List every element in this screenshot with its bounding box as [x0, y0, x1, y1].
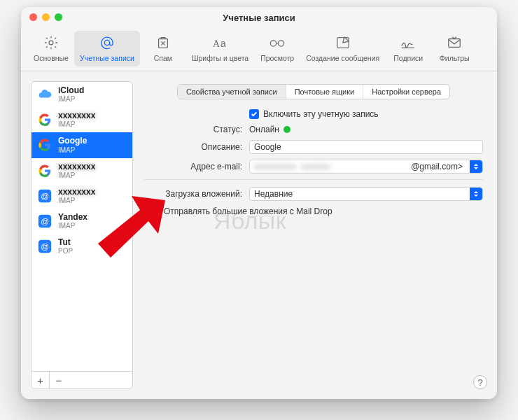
gear-icon	[43, 35, 59, 50]
at-square-icon: @	[37, 188, 52, 204]
account-name: xxxxxxxx	[58, 111, 95, 120]
account-item-google-2[interactable]: xxxxxxxx IMAP	[31, 158, 132, 183]
svg-text:A: A	[213, 38, 220, 49]
account-protocol: IMAP	[58, 222, 88, 230]
account-name: Google	[58, 136, 87, 146]
enable-account-checkbox[interactable]	[249, 109, 259, 119]
account-name: xxxxxxxx	[58, 188, 95, 197]
download-label: Загрузка вложений:	[144, 189, 249, 199]
minimize-window-button[interactable]	[42, 13, 50, 21]
tab-viewing[interactable]: Просмотр	[254, 31, 300, 66]
tab-label: Учетные записи	[80, 54, 134, 62]
google-icon	[37, 163, 52, 178]
account-item-yandex[interactable]: @ Yandex IMAP	[31, 209, 132, 234]
tab-label: Спам	[154, 54, 172, 62]
tab-label: Шрифты и цвета	[192, 54, 248, 62]
svg-point-0	[49, 41, 53, 45]
svg-point-1	[104, 40, 109, 45]
tab-accounts[interactable]: Учетные записи	[74, 31, 140, 66]
tab-composing[interactable]: Создание сообщения	[300, 31, 385, 66]
combo-handle-icon	[470, 188, 482, 200]
svg-text:@: @	[41, 241, 49, 251]
add-account-button[interactable]: +	[31, 372, 50, 388]
window-title: Учетные записи	[223, 13, 295, 23]
svg-rect-8	[449, 39, 461, 48]
tab-rules[interactable]: Фильтры	[431, 31, 477, 66]
trash-icon	[155, 35, 171, 50]
help-button[interactable]: ?	[473, 375, 487, 389]
description-value: Google	[254, 142, 281, 152]
titlebar: Учетные записи	[21, 7, 497, 28]
description-field[interactable]: Google	[249, 140, 483, 154]
segment-server[interactable]: Настройки сервера	[363, 85, 449, 99]
email-label: Адрес e-mail:	[144, 162, 249, 172]
status-indicator-icon	[284, 126, 290, 133]
icloud-icon	[37, 87, 52, 102]
account-protocol: IMAP	[58, 120, 95, 128]
account-form: Включить эту учетную запись Статус: Онла…	[140, 99, 487, 222]
detail-panel: Свойства учетной записи Почтовые ящики Н…	[140, 81, 487, 389]
tab-junk[interactable]: Спам	[140, 31, 186, 66]
account-name: Yandex	[58, 213, 88, 222]
account-protocol: POP	[58, 247, 73, 255]
window-controls	[29, 13, 62, 21]
close-window-button[interactable]	[29, 13, 37, 21]
tab-fonts[interactable]: Aa Шрифты и цвета	[186, 31, 254, 66]
tab-label: Фильтры	[440, 54, 470, 62]
download-value: Недавние	[254, 189, 293, 199]
account-protocol: IMAP	[58, 146, 87, 154]
sidebar-footer: + −	[31, 371, 132, 388]
svg-point-6	[279, 41, 284, 46]
account-item-at-1[interactable]: @ xxxxxxxx IMAP	[31, 183, 132, 209]
status-label: Статус:	[144, 125, 249, 134]
tab-label: Просмотр	[260, 54, 294, 62]
segment-account-info[interactable]: Свойства учетной записи	[178, 85, 286, 99]
tab-label: Подписи	[393, 54, 423, 62]
account-protocol: IMAP	[58, 197, 95, 204]
divider	[144, 179, 483, 180]
account-protocol: IMAP	[58, 95, 84, 103]
preferences-toolbar: Основные Учетные записи Спам Aa Шрифты и…	[21, 28, 497, 71]
account-sidebar: iCloud IMAP xxxxxxxx IMAP	[31, 81, 133, 389]
zoom-window-button[interactable]	[55, 13, 62, 21]
segment-mailbox[interactable]: Почтовые ящики	[286, 85, 364, 99]
at-square-icon: @	[37, 239, 52, 254]
tab-label: Основные	[34, 54, 69, 62]
at-icon	[99, 35, 115, 50]
account-item-icloud[interactable]: iCloud IMAP	[31, 82, 132, 107]
description-label: Описание:	[144, 142, 249, 152]
account-item-tut[interactable]: @ Tut POP	[31, 234, 132, 259]
glasses-icon	[268, 35, 286, 50]
tab-general[interactable]: Основные	[28, 31, 74, 66]
preferences-window: Учетные записи Основные Учетные записи С…	[21, 7, 497, 399]
account-name: xxxxxxxx	[58, 162, 95, 172]
google-icon	[37, 137, 52, 153]
enable-account-label: Включить эту учетную запись	[263, 109, 379, 119]
account-name: iCloud	[58, 86, 84, 95]
status-value: Онлайн	[249, 125, 279, 134]
email-redacted: xxxxxxxxxx xxxxxxx	[254, 162, 330, 172]
segmented-control: Свойства учетной записи Почтовые ящики Н…	[177, 84, 450, 99]
svg-text:a: a	[220, 38, 226, 49]
svg-point-5	[271, 41, 276, 46]
maildrop-label: Отправлять большие вложения с Mail Drop	[164, 206, 332, 216]
email-combo[interactable]: xxxxxxxxxx xxxxxxx @gmail.com>	[249, 160, 483, 174]
account-protocol: IMAP	[58, 172, 95, 179]
remove-account-button[interactable]: −	[50, 372, 68, 388]
account-name: Tut	[58, 238, 73, 247]
compose-icon	[335, 35, 351, 50]
at-square-icon: @	[37, 214, 52, 229]
maildrop-checkbox[interactable]	[150, 206, 160, 216]
account-item-google-selected[interactable]: Google IMAP	[31, 132, 132, 158]
download-combo[interactable]: Недавние	[249, 187, 483, 201]
google-icon	[37, 112, 52, 127]
tab-signatures[interactable]: Подписи	[385, 31, 431, 66]
filter-envelope-icon	[447, 35, 462, 50]
svg-text:@: @	[41, 191, 49, 200]
combo-handle-icon	[470, 160, 482, 173]
account-item-google-1[interactable]: xxxxxxxx IMAP	[31, 107, 132, 132]
email-value: @gmail.com>	[411, 162, 463, 172]
account-list: iCloud IMAP xxxxxxxx IMAP	[31, 82, 132, 371]
tab-label: Создание сообщения	[306, 54, 379, 62]
fonts-icon: Aa	[211, 35, 230, 50]
